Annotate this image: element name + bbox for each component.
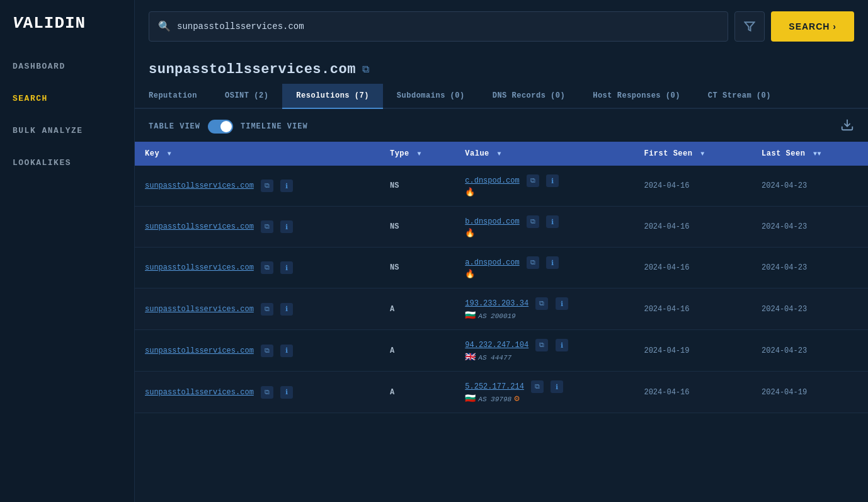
download-svg — [840, 118, 854, 132]
tab-osint[interactable]: OSINT (2) — [211, 84, 282, 109]
col-last-seen: Last Seen ▼▼ — [751, 142, 868, 166]
value-link[interactable]: b.dnspod.com — [465, 217, 519, 226]
first-seen-date: 2024-04-16 — [644, 263, 689, 272]
value-link[interactable]: c.dnspod.com — [465, 176, 519, 185]
key-link[interactable]: sunpasstollsservices.com — [145, 263, 254, 272]
col-value: Value ▼ — [455, 142, 634, 166]
search-input-wrap: 🔍 — [149, 11, 728, 42]
copy-key-icon[interactable]: ⧉ — [261, 345, 273, 357]
type-value: A — [390, 346, 394, 355]
key-link[interactable]: sunpasstollsservices.com — [145, 388, 254, 397]
copy-key-icon[interactable]: ⧉ — [261, 261, 273, 274]
col-last-seen-sort-icon[interactable]: ▼▼ — [813, 151, 821, 157]
filter-button[interactable] — [734, 11, 765, 42]
info-value-icon[interactable]: ℹ — [556, 339, 568, 351]
col-type: Type ▼ — [380, 142, 455, 166]
copy-key-icon[interactable]: ⧉ — [261, 303, 273, 316]
copy-value-icon[interactable]: ⧉ — [535, 297, 548, 310]
copy-value-icon[interactable]: ⧉ — [535, 339, 548, 351]
last-seen-date: 2024-04-19 — [762, 388, 807, 397]
tab-dns-records[interactable]: DNS Records (0) — [479, 84, 580, 109]
tab-ct-stream[interactable]: CT Stream (0) — [694, 84, 785, 109]
sidebar-item-lookalikes[interactable]: LOOKALIKES — [0, 147, 134, 179]
tab-subdomains[interactable]: Subdomains (0) — [383, 84, 479, 109]
first-seen-date: 2024-04-16 — [644, 181, 689, 190]
view-toggle-switch[interactable] — [208, 120, 233, 134]
table-row: sunpasstollsservices.com ⧉ ℹNSb.dnspod.c… — [135, 207, 868, 248]
info-key-icon[interactable]: ℹ — [280, 345, 293, 357]
last-seen-date: 2024-04-23 — [762, 222, 807, 231]
download-icon[interactable] — [840, 118, 854, 135]
info-key-icon[interactable]: ℹ — [280, 261, 293, 274]
info-value-icon[interactable]: ℹ — [546, 215, 559, 228]
table-view-label: TABLE VIEW — [149, 122, 200, 131]
timeline-view-label: TIMELINE VIEW — [241, 122, 308, 131]
as-text: AS 44477 — [478, 354, 511, 362]
tab-reputation[interactable]: Reputation — [135, 84, 211, 109]
sidebar-item-dashboard[interactable]: DASHBOARD — [0, 50, 134, 83]
last-seen-date: 2024-04-23 — [762, 263, 807, 272]
as-text: AS 200019 — [478, 312, 515, 320]
type-value: NS — [390, 222, 399, 231]
info-value-icon[interactable]: ℹ — [546, 174, 559, 187]
key-link[interactable]: sunpasstollsservices.com — [145, 222, 254, 231]
table-row: sunpasstollsservices.com ⧉ ℹA193.233.203… — [135, 288, 868, 330]
first-seen-date: 2024-04-16 — [644, 305, 689, 314]
key-link[interactable]: sunpasstollsservices.com — [145, 305, 254, 314]
value-link[interactable]: 193.233.203.34 — [465, 299, 528, 308]
col-first-seen-sort-icon[interactable]: ▼ — [700, 151, 705, 157]
copy-value-icon[interactable]: ⧉ — [527, 215, 539, 228]
resolutions-table: Key ▼ Type ▼ Value ▼ First Seen ▼ — [135, 142, 868, 413]
copy-value-icon[interactable]: ⧉ — [527, 174, 539, 187]
sidebar-nav: DASHBOARD SEARCH BULK ANALYZE LOOKALIKES — [0, 50, 134, 179]
first-seen-date: 2024-04-16 — [644, 222, 689, 231]
domain-title: sunpasstollsservices.com — [149, 62, 356, 77]
sidebar: VALIDIN DASHBOARD SEARCH BULK ANALYZE LO… — [0, 0, 135, 502]
col-type-label: Type — [390, 149, 409, 158]
info-key-icon[interactable]: ℹ — [280, 220, 293, 233]
info-key-icon[interactable]: ℹ — [280, 303, 293, 316]
col-value-label: Value — [465, 149, 489, 158]
copy-value-icon[interactable]: ⧉ — [527, 256, 539, 269]
col-key-label: Key — [145, 149, 159, 158]
tab-resolutions[interactable]: Resolutions (7) — [282, 84, 383, 109]
fire-icon: 🔥 — [465, 188, 475, 197]
value-link[interactable]: 94.232.247.104 — [465, 341, 528, 350]
sidebar-item-bulk-analyze[interactable]: BULK ANALYZE — [0, 115, 134, 147]
value-link[interactable]: 5.252.177.214 — [465, 382, 524, 391]
search-button-label: SEARCH › — [789, 21, 837, 31]
info-value-icon[interactable]: ℹ — [546, 256, 559, 269]
col-value-sort-icon[interactable]: ▼ — [498, 151, 502, 157]
table-header-row: Key ▼ Type ▼ Value ▼ First Seen ▼ — [135, 142, 868, 166]
key-link[interactable]: sunpasstollsservices.com — [145, 181, 254, 190]
copy-domain-icon[interactable]: ⧉ — [362, 64, 369, 76]
info-value-icon[interactable]: ℹ — [551, 380, 563, 393]
search-button[interactable]: SEARCH › — [771, 11, 854, 42]
fire-icon: 🔥 — [465, 229, 475, 238]
info-key-icon[interactable]: ℹ — [280, 386, 293, 399]
last-seen-date: 2024-04-23 — [762, 305, 807, 314]
info-value-icon[interactable]: ℹ — [556, 297, 568, 310]
country-flag: 🇬🇧 — [465, 352, 476, 362]
col-first-seen-label: First Seen — [644, 149, 692, 158]
logo-area: VALIDIN — [0, 0, 134, 50]
tab-host-responses[interactable]: Host Responses (0) — [579, 84, 694, 109]
col-last-seen-label: Last Seen — [762, 149, 805, 158]
copy-key-icon[interactable]: ⧉ — [261, 386, 273, 399]
sidebar-item-search[interactable]: SEARCH — [0, 83, 134, 115]
copy-key-icon[interactable]: ⧉ — [261, 220, 273, 233]
col-type-sort-icon[interactable]: ▼ — [417, 151, 421, 157]
col-key-sort-icon[interactable]: ▼ — [168, 151, 172, 157]
domain-title-bar: sunpasstollsservices.com ⧉ — [135, 53, 868, 84]
svg-marker-0 — [745, 22, 755, 31]
search-input[interactable] — [177, 21, 719, 31]
last-seen-date: 2024-04-23 — [762, 181, 807, 190]
table-row: sunpasstollsservices.com ⧉ ℹNSa.dnspod.c… — [135, 248, 868, 288]
copy-value-icon[interactable]: ⧉ — [531, 380, 544, 393]
table-body: sunpasstollsservices.com ⧉ ℹNSc.dnspod.c… — [135, 166, 868, 413]
info-key-icon[interactable]: ℹ — [280, 180, 293, 192]
copy-key-icon[interactable]: ⧉ — [261, 180, 273, 192]
key-link[interactable]: sunpasstollsservices.com — [145, 346, 254, 355]
first-seen-date: 2024-04-16 — [644, 388, 689, 397]
value-link[interactable]: a.dnspod.com — [465, 258, 519, 267]
